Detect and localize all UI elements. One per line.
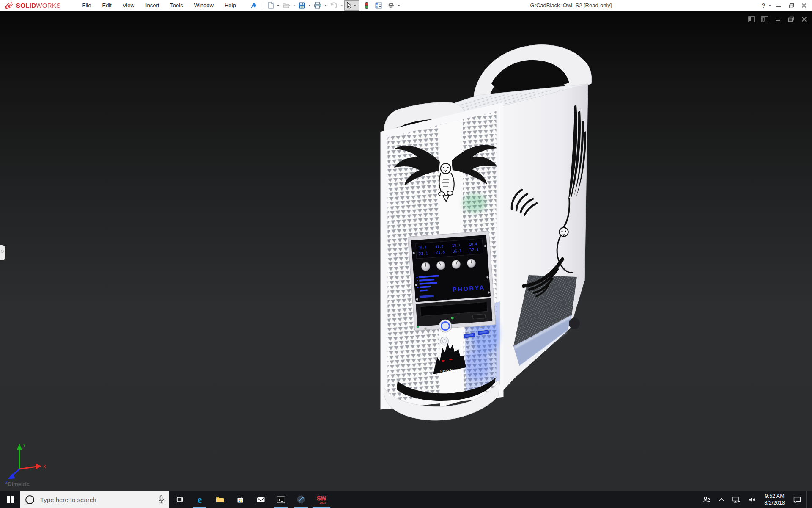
triad-x-label: X (43, 464, 46, 469)
close-icon (801, 3, 807, 8)
action-center-icon (793, 496, 801, 504)
show-desktop-button[interactable] (806, 491, 808, 508)
menu-view[interactable]: View (117, 0, 140, 11)
select-arrow-icon (346, 2, 352, 9)
close-button[interactable] (798, 0, 810, 11)
windows-logo-icon (7, 496, 14, 503)
doc-restore-icon (788, 16, 794, 22)
power-led (424, 327, 426, 329)
lcd-readout-7: 36.1 (453, 248, 462, 254)
chevron-up-icon (719, 497, 724, 502)
help-dropdown[interactable] (768, 5, 771, 6)
3d-viewer-icon (296, 495, 306, 504)
select-tool-button[interactable] (344, 0, 359, 11)
edge-icon: e (198, 494, 202, 505)
pane-toggle-icon-1 (748, 16, 755, 22)
volume-button[interactable] (745, 491, 759, 508)
file-explorer-button[interactable] (210, 491, 230, 508)
brand-text: SOLIDWORKS (16, 2, 61, 9)
print-button[interactable] (312, 0, 323, 11)
mail-button[interactable] (250, 491, 271, 508)
doc-minimize-button[interactable] (773, 15, 782, 23)
system-tray: 9:52 AM 8/2/2018 (700, 491, 812, 508)
interference-button[interactable] (362, 0, 371, 11)
lcd-readout-1: 35.4 (418, 246, 427, 250)
taskbar-app-buttons: e (169, 491, 332, 508)
open-dropdown[interactable] (293, 5, 296, 6)
undo-button[interactable] (328, 0, 339, 11)
graphics-viewport[interactable]: 35.4 41.0 18.1 10.4 23.1 21.8 36.1 32.1 (0, 11, 812, 491)
network-button[interactable] (729, 491, 743, 508)
speaker-icon (748, 496, 756, 503)
help-button[interactable]: ? (760, 0, 772, 11)
restore-icon (789, 3, 794, 8)
menu-edit[interactable]: Edit (96, 0, 117, 11)
edge-button[interactable]: e (189, 491, 210, 508)
pin-menu-button[interactable] (248, 1, 258, 10)
menu-window[interactable]: Window (189, 0, 219, 11)
feature-tree-flyout-tab[interactable] (0, 245, 5, 260)
menu-bar: SOLIDWORKS File Edit View Insert Tools W… (0, 0, 812, 11)
3d-viewer-button[interactable] (291, 491, 311, 508)
lcd-readout-4: 10.4 (469, 242, 477, 246)
file-explorer-icon (215, 496, 225, 503)
people-icon (702, 496, 711, 503)
menu-file[interactable]: File (77, 0, 97, 11)
action-center-button[interactable] (790, 491, 804, 508)
pane-toggle-icon-2 (761, 16, 768, 22)
restore-button[interactable] (785, 0, 798, 11)
print-icon (314, 2, 321, 9)
document-window-controls (747, 15, 809, 23)
view-orientation-label: *Dimetric (5, 481, 30, 487)
solidworks-logo-icon (3, 1, 14, 10)
solidworks-button[interactable]: SW 2017 (311, 491, 332, 508)
open-button[interactable] (281, 0, 292, 11)
flyout-expand-icon (1, 250, 4, 253)
fan-controller-panel: 35.4 41.0 18.1 10.4 23.1 21.8 36.1 32.1 (408, 231, 496, 330)
menu-help[interactable]: Help (219, 0, 241, 11)
traffic-light-icon (364, 2, 369, 9)
search-input[interactable] (40, 496, 142, 503)
doc-restore-button[interactable] (786, 15, 796, 23)
tray-date: 8/2/2018 (764, 500, 785, 506)
pane-toggle-button-2[interactable] (760, 15, 769, 23)
drive-eject-button (472, 314, 486, 319)
tray-time: 9:52 AM (764, 493, 785, 500)
microphone-icon[interactable] (158, 495, 164, 504)
help-icon: ? (760, 2, 767, 9)
people-button[interactable] (700, 491, 714, 508)
hdd-led (417, 326, 419, 328)
doc-close-button[interactable] (799, 15, 809, 23)
menu-insert[interactable]: Insert (140, 0, 165, 11)
taskbar-search-box[interactable] (20, 491, 169, 508)
new-document-button[interactable] (266, 0, 276, 11)
new-document-dropdown[interactable] (277, 5, 280, 6)
task-view-button[interactable] (169, 491, 189, 508)
network-icon (732, 496, 741, 503)
lcd-readout-6: 21.8 (436, 250, 445, 255)
pane-toggle-button-1[interactable] (747, 15, 756, 23)
hidden-icons-button[interactable] (716, 491, 727, 508)
pushpin-icon (250, 2, 257, 9)
3d-model-pc-case[interactable]: 35.4 41.0 18.1 10.4 23.1 21.8 36.1 32.1 (364, 25, 617, 449)
undo-dropdown[interactable] (340, 5, 343, 6)
solidworks-logo: SOLIDWORKS (0, 0, 65, 11)
start-button[interactable] (0, 491, 20, 508)
print-dropdown[interactable] (324, 5, 327, 6)
select-tool-dropdown[interactable] (354, 5, 356, 6)
clock[interactable]: 9:52 AM 8/2/2018 (761, 493, 788, 507)
store-button[interactable] (230, 491, 250, 508)
windows-taskbar: e (0, 491, 812, 508)
document-title: GrCadBlack_Owl_S2 [Read-only] (381, 0, 761, 11)
app-window-controls: ? (760, 0, 810, 11)
save-button[interactable] (297, 0, 307, 11)
minimize-button[interactable] (772, 0, 785, 11)
new-document-icon (267, 2, 274, 9)
lcd-readout-2: 41.0 (435, 244, 444, 248)
menu-tools[interactable]: Tools (165, 0, 188, 11)
lcd-readout-8: 32.1 (469, 247, 479, 252)
undo-icon (330, 2, 337, 8)
save-dropdown[interactable] (308, 5, 311, 6)
menu-items: File Edit View Insert Tools Window Help (77, 0, 241, 11)
command-prompt-button[interactable] (271, 491, 291, 508)
